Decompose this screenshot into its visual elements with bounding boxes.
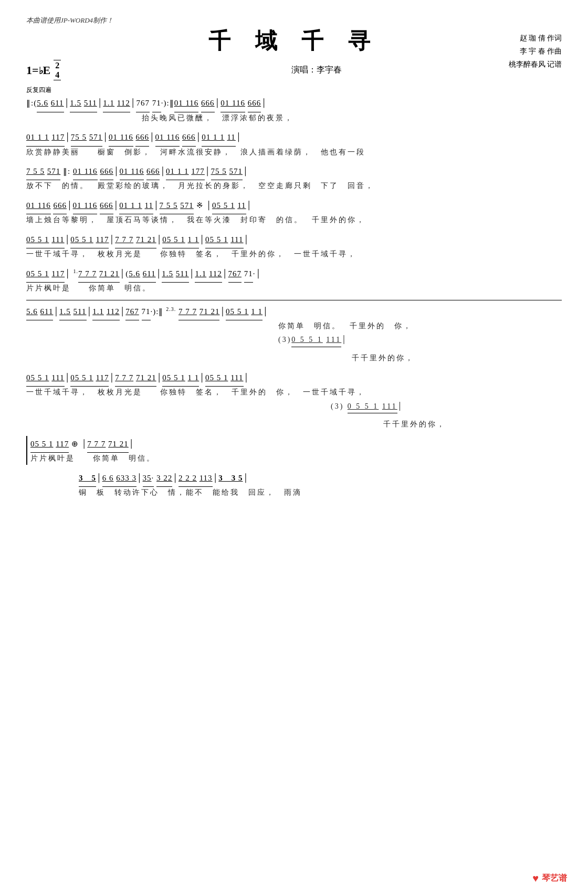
lyric-row-5: 一世千域千寻， 枚枚月光是 你独特 签名， 千里外的你， 一世千域千寻，: [26, 248, 562, 260]
lyric-row-4: 墙上烛台等黎明， 屋顶石马等谈情， 我在等火漆 封印寄 的信。 千里外的你，: [26, 214, 562, 226]
key-time: 1=♭E 2 4: [26, 60, 61, 80]
transcriber: 桃李醉春风 记谱: [509, 58, 562, 71]
lyric-row-7b: (3)0 5 5 1 111│: [26, 334, 562, 347]
watermark: 本曲谱使用JP-WORD4制作！: [26, 16, 113, 25]
notation-row-6: 05 5 1 117│ 1.7 7 7 71 21│(5.6 611│1.5 5…: [26, 266, 562, 283]
notation-row-3: 7 5 5 571 ‖: 01 116 666│01 116 666│01 1 …: [26, 163, 562, 181]
lyric-row-6: 片片枫叶是 你简单 明信。: [26, 283, 562, 294]
composer: 李 宇 春 作曲: [509, 45, 562, 58]
notation-row-7: 5.6 611│1.5 511│1.1 112│767 71·):‖ 2.3. …: [26, 304, 562, 321]
lyric-row-8c: 千千里外的你，: [26, 419, 562, 430]
key-display: 1=♭E: [26, 64, 50, 77]
logo-area: ♥ 琴艺谱: [532, 872, 567, 884]
title-area: 千 域 千 寻: [26, 26, 562, 56]
notation-row-1: ‖:(5.6 611│1.5 511│1.1 112│767 71·):‖01 …: [26, 95, 562, 112]
song-title: 千 域 千 寻: [208, 26, 380, 56]
logo-text: 琴艺谱: [542, 873, 567, 884]
performer: 演唱：李宇春: [71, 65, 562, 76]
lyric-row-10: 铜 板 转动许下心 情，能不 能给我 回应， 雨滴: [79, 487, 562, 498]
lyric-row-7c: 千千里外的你，: [26, 352, 562, 364]
main-content: 反复四遍 ‖:(5.6 611│1.5 511│1.1 112│767 71·)…: [26, 86, 562, 498]
lyric-row-8b: (3) 0 5 5 1 111│: [26, 401, 562, 414]
lyricist: 赵 珈 倩 作词: [509, 32, 562, 45]
logo-heart-icon: ♥: [532, 872, 539, 884]
lyric-row-7: 你简单 明信。 千里外的 你，: [26, 320, 562, 332]
lyric-row-2: 欣赏静静美丽 橱窗 倒影， 河畔水流很安静， 浪人描画着绿荫， 他也有一段: [26, 147, 562, 158]
notation-row-8: 05 5 1 111│05 5 1 117│7 7 7 71 21│05 5 1…: [26, 370, 562, 387]
lyric-row-1: 抬头晚风已微醺， 漂浮浓郁的夜景，: [26, 112, 562, 124]
time-signature: 2 4: [54, 60, 61, 80]
notation-row-4: 01 116 666│01 116 666│01 1 1 11│7 5 5 57…: [26, 197, 562, 215]
notation-row-9: 05 5 1 117 ⊕ │7 7 7 71 21│: [30, 436, 562, 453]
lyric-row-3: 放不下 的情。 殿堂彩绘的玻璃， 月光拉长的身影， 空空走廊只剩 下了 回音，: [26, 180, 562, 192]
notation-row-10: 3 5│6 6 633 3│35· 3 22│2 2 2 113│3 3 5│: [79, 470, 562, 487]
credits: 赵 珈 倩 作词 李 宇 春 作曲 桃李醉春风 记谱: [509, 32, 562, 71]
notation-row-5: 05 5 1 111│05 5 1 117│7 7 7 71 21│05 5 1…: [26, 232, 562, 249]
lyric-row-8: 一世千域千寻， 枚枚月光是 你独特 签名， 千里外的 你， 一世千域千寻，: [26, 387, 562, 398]
notation-row-2: 01 1 1 117│75 5 571│01 116 666│01 116 66…: [26, 129, 562, 147]
lyric-row-9: 片片枫叶是 你简单 明信。: [30, 453, 562, 464]
repeat-mark: 反复四遍: [26, 86, 562, 95]
